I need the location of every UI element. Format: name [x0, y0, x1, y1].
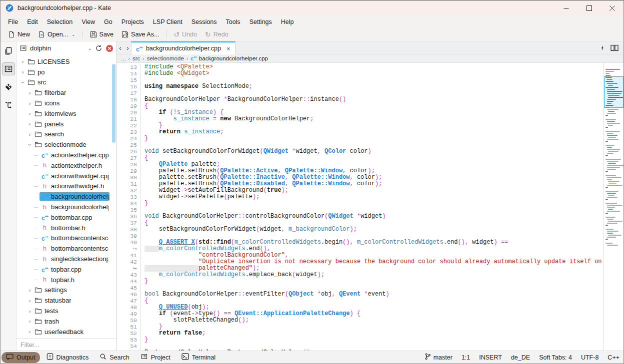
expand-chevron-icon[interactable]: ›	[26, 298, 33, 304]
statusbar-terminal-button[interactable]: Terminal	[177, 352, 220, 363]
expand-chevron-icon[interactable]: ›	[26, 131, 33, 137]
new-button[interactable]: New	[4, 29, 34, 39]
tree-folder-icons[interactable]: ›icons	[16, 98, 116, 108]
tree-folder-kitemviews[interactable]: ›kitemviews	[16, 108, 116, 119]
statusbar-project-button[interactable]: Project	[136, 352, 175, 363]
minimap-line	[607, 133, 614, 134]
menu-item-settings[interactable]: Settings	[245, 17, 276, 27]
expand-chevron-icon[interactable]: ›	[26, 100, 33, 106]
window-title: backgroundcolorhelper.cpp - Kate	[18, 4, 111, 11]
collapse-chevron-icon[interactable]: ›	[27, 141, 33, 148]
tree-file-bottombar-h[interactable]: hbottombar.h	[16, 223, 116, 233]
menu-item-lsp-client[interactable]: LSP Client	[148, 17, 187, 27]
tree-file-topbar-h[interactable]: htopbar.h	[16, 275, 116, 285]
tree-folder-filterbar[interactable]: ›filterbar	[16, 87, 116, 98]
expand-chevron-icon[interactable]: ›	[26, 318, 33, 324]
statusbar-field-c-[interactable]: C++	[608, 354, 620, 361]
expand-chevron-icon[interactable]: ›	[26, 90, 33, 96]
minimize-button[interactable]	[554, 0, 578, 15]
statusbar-diagnostics-button[interactable]: Diagnostics	[42, 352, 94, 363]
breadcrumb-segment[interactable]: backgroundcolorhelper.cpp	[199, 55, 268, 61]
nav-back-chevron-icon[interactable]: ‹	[119, 44, 122, 51]
nav-forward-chevron-icon[interactable]: ›	[126, 44, 129, 51]
symbols-panel-button[interactable]	[2, 98, 15, 111]
minimap-scrollbar[interactable]	[604, 63, 624, 351]
expand-chevron-icon[interactable]: ›	[26, 308, 33, 314]
statusbar-field-de-de[interactable]: de_DE	[511, 354, 530, 361]
tree-file-actiontexthelper-h[interactable]: hactiontexthelper.h	[16, 160, 116, 171]
tab-close-icon[interactable]: ×	[226, 45, 230, 52]
tree-file-actionwithwidget-cpp[interactable]: c++actionwithwidget.cpp	[16, 171, 116, 181]
expand-chevron-icon[interactable]: ›	[20, 69, 26, 75]
tree-folder-panels[interactable]: ›panels	[16, 119, 116, 129]
tree-folder-selectionmode[interactable]: ›selectionmode	[16, 139, 116, 150]
projects-panel-button[interactable]	[2, 62, 15, 75]
minimap-viewport[interactable]	[604, 76, 624, 108]
menu-item-help[interactable]: Help	[276, 17, 298, 27]
git-panel-button[interactable]	[2, 80, 15, 93]
breadcrumb-segment[interactable]: src	[132, 55, 140, 61]
expand-chevron-icon[interactable]: ›	[26, 329, 33, 335]
save-as-button[interactable]: Save As...	[118, 29, 162, 39]
menu-item-sessions[interactable]: Sessions	[187, 17, 222, 27]
statusbar-output-button[interactable]: Output	[2, 352, 40, 363]
maximize-button[interactable]	[578, 0, 600, 15]
tree-file-bottombarcontentscont-[interactable]: hbottombarcontentscont...	[16, 243, 116, 254]
statusbar-field-1-1[interactable]: 1:1	[462, 354, 470, 361]
tree-file-topbar-cpp[interactable]: c++topbar.cpp	[16, 264, 116, 275]
tree-file-bottombar-cpp[interactable]: c++bottombar.cpp	[16, 212, 116, 223]
close-button[interactable]	[600, 0, 624, 15]
tab-backgroundcolorhelper[interactable]: c++ backgroundcolorhelper.cpp ×	[131, 41, 236, 54]
menu-item-edit[interactable]: Edit	[22, 17, 42, 27]
breadcrumb-segment[interactable]: selectionmode	[147, 55, 184, 61]
expand-chevron-icon[interactable]: ›	[26, 287, 33, 293]
open-button[interactable]: Open... ⌄	[34, 29, 79, 39]
tree-folder-userfeedback[interactable]: ›userfeedback	[16, 327, 116, 337]
tree-file-actionwithwidget-h[interactable]: hactionwithwidget.h	[16, 181, 116, 192]
expand-chevron-icon[interactable]: ›	[26, 121, 33, 127]
tree-folder-trash[interactable]: ›trash	[16, 316, 116, 327]
split-view-icon[interactable]	[610, 44, 618, 51]
project-dropdown-chevron-icon[interactable]: ⌄	[88, 45, 92, 51]
statusbar-field-utf-8[interactable]: UTF-8	[581, 354, 598, 361]
tree-folder-settings[interactable]: ›settings	[16, 285, 116, 296]
open-dropdown-chevron-icon[interactable]: ⌄	[72, 32, 76, 37]
tree-folder-search[interactable]: ›search	[16, 129, 116, 140]
statusbar-field-master[interactable]: master	[424, 353, 452, 362]
tree-file-backgroundcolorhelper-h[interactable]: hbackgroundcolorhelper.h	[16, 202, 116, 212]
tree-file-actiontexthelper-cpp[interactable]: c++actiontexthelper.cpp	[16, 150, 116, 160]
statusbar-search-button[interactable]: Search	[95, 352, 134, 363]
menu-item-selection[interactable]: Selection	[42, 17, 77, 27]
tree-folder-src[interactable]: ›src	[16, 77, 116, 88]
redo-button[interactable]: ↻ Redo	[202, 29, 232, 39]
tree-file-backgroundcolorhelper-c-[interactable]: c++backgroundcolorhelper.c...	[16, 191, 116, 202]
tree-file-singleclickselectionproxy-[interactable]: hsingleclickselectionproxy...	[16, 254, 116, 264]
documents-panel-button[interactable]	[2, 44, 15, 57]
menu-item-tools[interactable]: Tools	[221, 17, 244, 27]
menu-item-projects[interactable]: Projects	[117, 17, 148, 27]
tree-folder-po[interactable]: ›po	[16, 67, 116, 77]
line-number: 51	[117, 324, 140, 330]
filter-input[interactable]	[16, 339, 116, 351]
breadcrumb-segment[interactable]: ...	[121, 55, 126, 61]
collapse-chevron-icon[interactable]: ›	[20, 79, 26, 85]
statusbar-field-insert[interactable]: INSERT	[479, 354, 502, 361]
tree-folder-licenses[interactable]: ›LICENSES	[16, 56, 116, 67]
refresh-icon[interactable]	[95, 44, 102, 52]
cpp-file-icon: c++	[40, 193, 49, 200]
statusbar-field-soft-tabs-4[interactable]: Soft Tabs: 4	[539, 354, 572, 361]
save-button[interactable]: Save	[86, 29, 118, 39]
code-view[interactable]: 13#include <QPalette>14#include <QWidget…	[117, 63, 604, 351]
undo-button[interactable]: ↺ Undo	[170, 29, 200, 39]
quick-actions-bolt-icon[interactable]	[600, 44, 604, 51]
tree-file-bottombarcontentscont-[interactable]: c++bottombarcontentscont...	[16, 233, 116, 244]
expand-chevron-icon[interactable]: ›	[20, 58, 26, 64]
menu-item-go[interactable]: Go	[100, 17, 117, 27]
tree-folder-tests[interactable]: ›tests	[16, 306, 116, 316]
menu-item-file[interactable]: File	[4, 17, 22, 27]
tree-scrollbar-thumb[interactable]	[112, 64, 116, 143]
expand-chevron-icon[interactable]: ›	[26, 110, 33, 116]
tree-folder-statusbar[interactable]: ›statusbar	[16, 295, 116, 306]
close-project-icon[interactable]	[106, 44, 114, 52]
menu-item-view[interactable]: View	[77, 17, 100, 27]
